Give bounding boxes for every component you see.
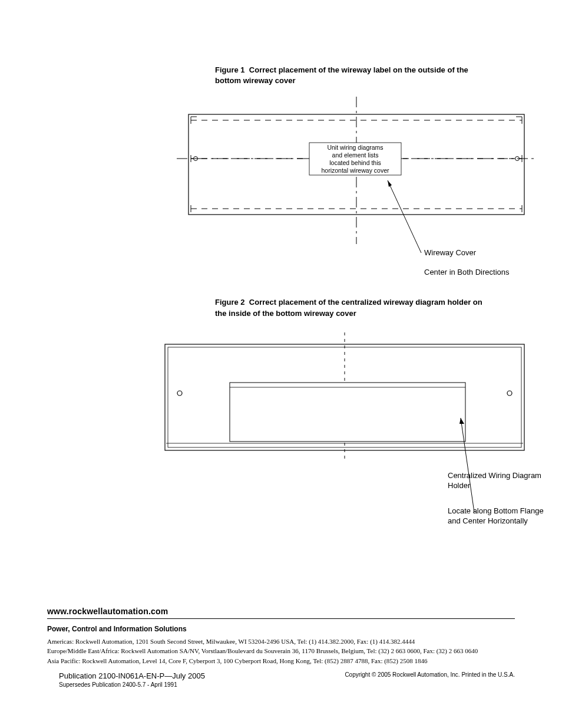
footer-block: www.rockwellautomation.com Power, Contro… [41,607,521,689]
figure2-diagram: Centralized Wiring Diagram Holder Locate… [159,324,530,542]
publication-id: Publication 2100-IN061A-EN-P—July 2005 [59,671,205,680]
figure1-caption: Figure 1 Correct placement of the wirewa… [41,65,521,86]
figure2-prefix: Figure 2 [215,298,245,307]
label-line1: Unit wiring diagrams [327,144,383,151]
label-line4: horizontal wireway cover [322,167,389,174]
svg-rect-17 [230,383,465,442]
figure2-holder-annot: Centralized Wiring Diagram Holder [448,471,542,491]
figure1-text: Correct placement of the wireway label o… [215,65,468,85]
copyright: Copyright © 2005 Rockwell Automation, In… [345,671,515,678]
figure2-locate-annot: Locate along Bottom Flange and Center Ho… [448,506,548,526]
figure1-wireway-cover-annot: Wireway Cover [424,248,476,257]
contact-emea: Europe/Middle East/Africa: Rockwell Auto… [47,646,515,656]
figure1-diagram: Unit wiring diagrams and element lists l… [177,91,536,279]
svg-line-9 [388,180,421,253]
svg-point-14 [177,391,182,396]
svg-line-19 [461,418,474,512]
supersedes: Supersedes Publication 2400-5.7 - April … [59,681,205,688]
footer-url: www.rockwellautomation.com [47,607,515,616]
figure1-prefix: Figure 1 [215,65,245,74]
figure1-center-annot: Center in Both Directions [424,268,510,276]
svg-point-15 [507,391,512,396]
footer-slogan: Power, Control and Information Solutions [47,625,515,633]
svg-marker-10 [388,180,392,187]
figure2-text: Correct placement of the centralized wir… [215,298,482,317]
contact-apac: Asia Pacific: Rockwell Automation, Level… [47,656,515,666]
contact-americas: Americas: Rockwell Automation, 1201 Sout… [47,637,515,647]
footer-divider [47,618,515,619]
figure2-caption: Figure 2 Correct placement of the centra… [41,297,521,318]
label-line2: and element lists [332,151,379,159]
label-line3: located behind this [329,159,381,166]
